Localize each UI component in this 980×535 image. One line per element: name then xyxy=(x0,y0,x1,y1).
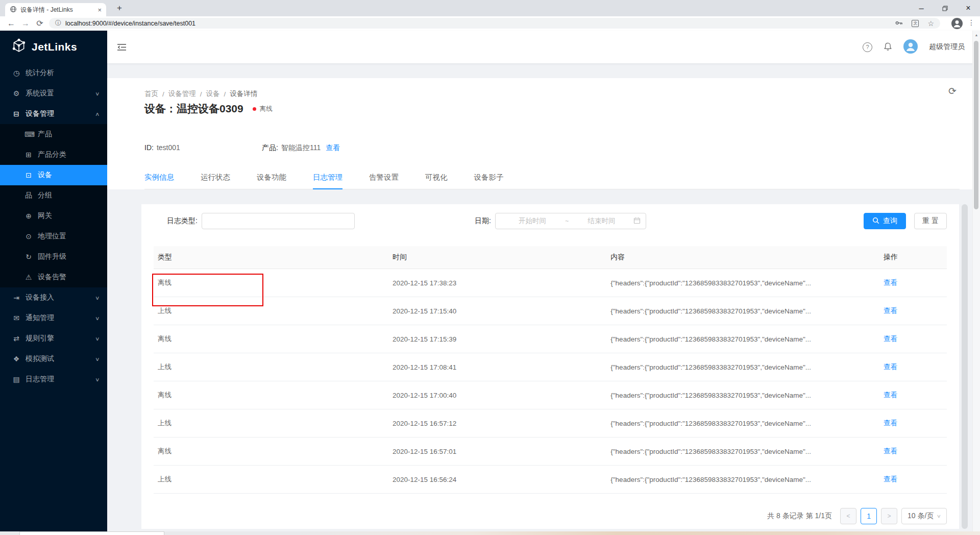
cell-time: 2020-12-15 17:15:40 xyxy=(388,307,606,315)
taskbar-search-box[interactable] xyxy=(19,531,164,535)
tab-instance-info[interactable]: 实例信息 xyxy=(144,167,174,189)
sidebar-item-group[interactable]: 品 分组 xyxy=(0,185,107,206)
calendar-icon xyxy=(633,217,641,226)
header-actions: ? 超级管理员 xyxy=(863,31,965,63)
sidebar-item-statistics[interactable]: ◷ 统计分析 xyxy=(0,63,107,83)
breadcrumb-separator: / xyxy=(224,90,226,98)
search-button[interactable]: 查询 xyxy=(864,213,906,229)
kebab-menu-icon[interactable]: ⋮ xyxy=(968,18,975,27)
tab-device-function[interactable]: 设备功能 xyxy=(257,167,286,189)
window-controls: ─ × xyxy=(910,0,980,16)
filter-buttons: 查询 重 置 xyxy=(864,213,947,229)
date-range-picker[interactable]: 开始时间 ~ 结束时间 xyxy=(495,213,646,229)
scrollbar-up-arrow-icon[interactable]: ▲ xyxy=(973,33,980,37)
page-title: 设备：温控设备0309 xyxy=(144,102,243,116)
search-icon xyxy=(872,217,879,226)
sidebar-item-log-management[interactable]: ▤ 日志管理 ∨ xyxy=(0,369,107,390)
logo[interactable]: JetLinks xyxy=(0,31,107,63)
logo-text: JetLinks xyxy=(32,41,77,53)
tab-alarm-settings[interactable]: 告警设置 xyxy=(369,167,399,189)
start-time-placeholder[interactable]: 开始时间 xyxy=(501,216,565,226)
bookmark-star-icon[interactable]: ☆ xyxy=(927,19,934,28)
view-detail-link[interactable]: 查看 xyxy=(879,306,947,315)
page-refresh-icon[interactable]: ⟳ xyxy=(948,85,957,97)
screen: 设备详情 - JetLinks × + ─ × ← → ⟳ ⓘ localhos… xyxy=(0,0,980,535)
pagination-page-1[interactable]: 1 xyxy=(861,508,877,524)
key-icon[interactable] xyxy=(895,19,903,28)
tab-close-icon[interactable]: × xyxy=(97,6,102,14)
sidebar-item-device-access[interactable]: ⇥ 设备接入 ∨ xyxy=(0,287,107,308)
address-bar[interactable]: ⓘ localhost:9000/#/device/instance/save/… xyxy=(49,18,940,29)
cell-content: {"headers":{"productId":"123685983383270… xyxy=(606,335,879,343)
bell-icon[interactable] xyxy=(884,42,892,53)
back-icon[interactable]: ← xyxy=(4,16,18,30)
sidebar-item-notification[interactable]: ✉ 通知管理 ∨ xyxy=(0,308,107,328)
sidebar-item-product[interactable]: ⌨ 产品 xyxy=(0,124,107,144)
cell-type: 上线 xyxy=(154,362,388,372)
sidebar-item-device-alarm[interactable]: ⚠ 设备告警 xyxy=(0,267,107,287)
cluster-icon: 品 xyxy=(24,191,33,200)
log-type-input[interactable] xyxy=(202,213,355,229)
table-header-row: 类型 时间 内容 操作 xyxy=(154,246,947,269)
page-size-select[interactable]: 10 条/页 ∨ xyxy=(901,508,947,524)
cell-time: 2020-12-15 17:38:23 xyxy=(388,279,606,287)
column-header-content: 内容 xyxy=(606,253,879,262)
avatar[interactable] xyxy=(903,39,918,55)
sidebar-item-device-management[interactable]: ⊟ 设备管理 ∧ xyxy=(0,104,107,124)
product-view-link[interactable]: 查看 xyxy=(326,143,340,153)
globe-favicon-icon xyxy=(10,6,17,14)
sidebar-item-rule-engine[interactable]: ⇄ 规则引擎 ∨ xyxy=(0,328,107,349)
tab-run-status[interactable]: 运行状态 xyxy=(201,167,230,189)
tab-device-shadow[interactable]: 设备影子 xyxy=(474,167,504,189)
window-close-button[interactable]: × xyxy=(957,0,980,16)
view-detail-link[interactable]: 查看 xyxy=(879,419,947,428)
browser-scrollbar[interactable]: ▲ xyxy=(972,31,980,531)
help-icon[interactable]: ? xyxy=(863,42,872,52)
view-detail-link[interactable]: 查看 xyxy=(879,334,947,344)
date-field: 日期: 开始时间 ~ 结束时间 xyxy=(475,213,646,229)
refresh-icon[interactable]: ⟳ xyxy=(33,16,47,30)
sidebar-item-geo-location[interactable]: ⊙ 地理位置 xyxy=(0,226,107,247)
menu-fold-icon[interactable] xyxy=(117,43,126,53)
url-text[interactable]: localhost:9000/#/device/instance/save/te… xyxy=(65,20,195,27)
sidebar-item-product-category[interactable]: ⊞ 产品分类 xyxy=(0,144,107,165)
tab-visualization[interactable]: 可视化 xyxy=(425,167,448,189)
translate-icon[interactable]: 文 xyxy=(912,20,919,27)
breadcrumb-home[interactable]: 首页 xyxy=(144,89,158,99)
user-name[interactable]: 超级管理员 xyxy=(929,42,965,52)
title-row: 设备：温控设备0309 离线 xyxy=(144,102,273,116)
browser-profile-icon[interactable] xyxy=(951,18,963,31)
scrollbar-thumb[interactable] xyxy=(974,41,978,209)
search-button-label: 查询 xyxy=(883,216,897,226)
id-value: test001 xyxy=(157,143,180,153)
view-detail-link[interactable]: 查看 xyxy=(879,447,947,456)
reset-button[interactable]: 重 置 xyxy=(914,213,947,229)
sidebar-item-gateway[interactable]: ⊕ 网关 xyxy=(0,206,107,226)
sidebar-item-firmware-upgrade[interactable]: ↻ 固件升级 xyxy=(0,247,107,267)
tab-log-management[interactable]: 日志管理 xyxy=(313,167,342,189)
cell-content: {"headers":{"productId":"123685983383270… xyxy=(606,448,879,455)
view-detail-link[interactable]: 查看 xyxy=(879,475,947,484)
cell-content: {"headers":{"productId":"123685983383270… xyxy=(606,420,879,427)
info-icon[interactable]: ⓘ xyxy=(55,19,61,28)
log-type-label: 日志类型: xyxy=(167,216,198,226)
browser-tab[interactable]: 设备详情 - JetLinks × xyxy=(5,3,106,16)
view-detail-link[interactable]: 查看 xyxy=(879,362,947,372)
sidebar-item-device[interactable]: ⊡ 设备 xyxy=(0,165,107,185)
window-restore-button[interactable] xyxy=(933,0,957,16)
window-minimize-button[interactable]: ─ xyxy=(910,0,933,16)
view-detail-link[interactable]: 查看 xyxy=(879,278,947,287)
breadcrumb-device[interactable]: 设备 xyxy=(206,89,220,99)
pagination-next-button[interactable]: > xyxy=(881,508,897,524)
cell-time: 2020-12-15 16:56:24 xyxy=(388,476,606,483)
forward-icon[interactable]: → xyxy=(18,16,33,30)
sidebar-item-system-settings[interactable]: ⚙ 系统设置 ∨ xyxy=(0,83,107,104)
breadcrumb-device-management[interactable]: 设备管理 xyxy=(168,89,196,99)
gear-icon: ⚙ xyxy=(12,89,20,98)
end-time-placeholder[interactable]: 结束时间 xyxy=(570,216,633,226)
view-detail-link[interactable]: 查看 xyxy=(879,391,947,400)
new-tab-button[interactable]: + xyxy=(113,2,126,14)
sidebar-item-simulation-test[interactable]: ❖ 模拟测试 ∨ xyxy=(0,349,107,369)
content-scrollbar[interactable] xyxy=(962,204,968,529)
pagination-prev-button[interactable]: < xyxy=(840,508,856,524)
